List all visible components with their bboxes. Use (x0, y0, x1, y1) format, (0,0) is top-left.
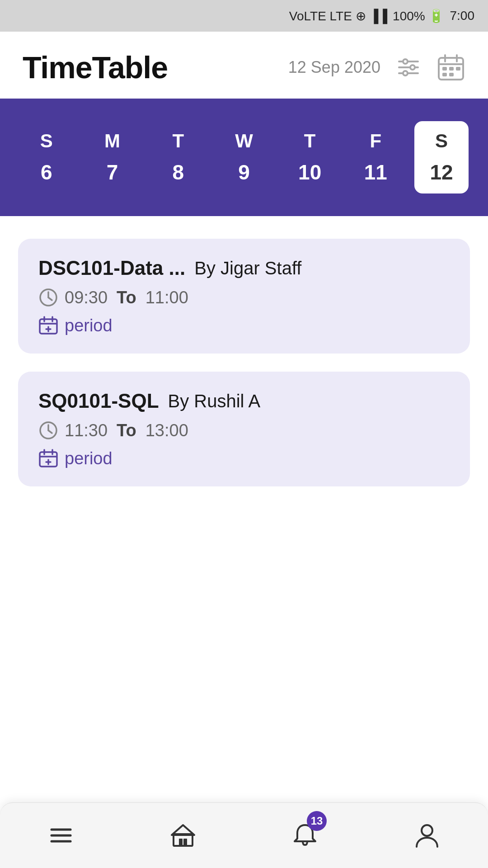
svg-point-3 (410, 65, 415, 70)
svg-line-17 (48, 297, 52, 300)
status-signal: VoLTE LTE ⊕ ▐▐ (289, 9, 387, 24)
card-2-course-name: SQ0101-SQL (38, 390, 159, 412)
menu-icon (47, 821, 75, 849)
svg-point-1 (403, 59, 408, 64)
calendar-icon[interactable] (436, 53, 465, 82)
card-1-time-to: 11:00 (145, 288, 188, 307)
institution-icon (169, 821, 197, 849)
status-time: 7:00 (450, 9, 475, 23)
svg-line-26 (48, 430, 52, 433)
calendar-add-icon-2 (38, 448, 58, 468)
svg-rect-11 (449, 67, 454, 71)
day-thursday-10[interactable]: T 10 (283, 130, 337, 184)
svg-rect-38 (179, 839, 183, 846)
app-title: TimeTable (23, 50, 168, 85)
status-battery: 100% 🔋 (393, 9, 444, 24)
card-1-instructor: By Jigar Staff (194, 258, 301, 278)
nav-institution[interactable] (151, 803, 215, 868)
svg-point-5 (403, 71, 408, 75)
svg-rect-12 (456, 67, 460, 71)
card-1-period-row: period (38, 316, 450, 335)
card-1-title-row: DSC101-Data ... By Jigar Staff (38, 257, 450, 279)
card-1-course-name: DSC101-Data ... (38, 257, 185, 279)
card-1-period: period (65, 316, 113, 335)
day-wednesday-9[interactable]: W 9 (217, 130, 271, 184)
card-2-period-row: period (38, 448, 450, 468)
day-tuesday-8[interactable]: T 8 (151, 130, 205, 184)
filter-icon[interactable] (394, 53, 423, 82)
calendar-strip: S 6 M 7 T 8 W 9 T 10 F 11 S 12 (0, 99, 488, 216)
svg-rect-14 (449, 73, 454, 76)
svg-rect-10 (442, 67, 447, 71)
card-1-time-connector: To (117, 288, 136, 307)
course-card-1[interactable]: DSC101-Data ... By Jigar Staff 09:30 To … (18, 239, 470, 354)
status-bar: VoLTE LTE ⊕ ▐▐ 100% 🔋 7:00 (0, 0, 488, 32)
card-2-time-to: 13:00 (145, 421, 188, 440)
header-date: 12 Sep 2020 (288, 58, 380, 77)
course-cards-container: DSC101-Data ... By Jigar Staff 09:30 To … (0, 216, 488, 509)
header-right: 12 Sep 2020 (288, 53, 465, 82)
svg-rect-13 (442, 73, 447, 76)
nav-profile[interactable] (395, 803, 459, 868)
card-2-time-row: 11:30 To 13:00 (38, 420, 450, 440)
card-1-time-row: 09:30 To 11:00 (38, 288, 450, 307)
card-2-period: period (65, 449, 113, 468)
day-monday-7[interactable]: M 7 (85, 130, 140, 184)
card-2-time-from: 11:30 (65, 421, 108, 440)
bottom-navigation: 13 (0, 802, 488, 868)
day-friday-11[interactable]: F 11 (348, 130, 403, 184)
svg-rect-39 (183, 839, 187, 846)
card-2-instructor: By Rushil A (168, 391, 261, 411)
notification-badge: 13 (307, 811, 327, 831)
app-header: TimeTable 12 Sep 2020 (0, 32, 488, 99)
card-2-title-row: SQ0101-SQL By Rushil A (38, 390, 450, 412)
calendar-add-icon-1 (38, 316, 58, 335)
svg-point-41 (422, 825, 432, 836)
profile-icon (413, 821, 441, 849)
clock-icon-2 (38, 420, 58, 440)
nav-notifications[interactable]: 13 (273, 803, 337, 868)
course-card-2[interactable]: SQ0101-SQL By Rushil A 11:30 To 13:00 pe… (18, 372, 470, 486)
clock-icon-1 (38, 288, 58, 307)
day-saturday-12[interactable]: S 12 (414, 121, 469, 193)
card-2-time-connector: To (117, 421, 136, 440)
card-1-time-from: 09:30 (65, 288, 108, 307)
nav-menu[interactable] (29, 803, 93, 868)
day-sunday-6[interactable]: S 6 (19, 130, 74, 184)
